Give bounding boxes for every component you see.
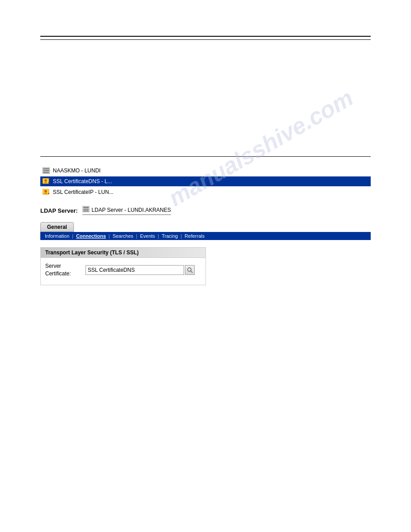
ldap-server-icon bbox=[82, 206, 90, 214]
browse-button[interactable] bbox=[185, 265, 195, 275]
tls-section: Transport Layer Security (TLS / SSL) Ser… bbox=[40, 247, 206, 285]
browse-icon bbox=[187, 267, 193, 273]
svg-point-12 bbox=[45, 190, 47, 193]
top-rule bbox=[40, 36, 371, 37]
svg-point-8 bbox=[45, 180, 47, 182]
svg-line-21 bbox=[191, 271, 193, 273]
section-divider bbox=[40, 156, 371, 157]
tree-section: NAASKMO - LUNDI SSL CertificateDNS - L..… bbox=[40, 166, 371, 197]
tab-information[interactable]: Information bbox=[43, 233, 71, 239]
ldap-server-label: LDAP Server: bbox=[40, 207, 78, 214]
tree-item-ssl-ip[interactable]: SSL CertificateIP - LUN... bbox=[40, 187, 371, 197]
svg-point-6 bbox=[48, 172, 49, 173]
server-certificate-input[interactable] bbox=[86, 265, 184, 275]
tls-header: Transport Layer Security (TLS / SSL) bbox=[41, 248, 206, 258]
tree-item-naaskmo-label: NAASKMO - LUNDI bbox=[53, 167, 101, 174]
svg-point-19 bbox=[88, 207, 89, 208]
server-certificate-label: ServerCertificate: bbox=[45, 262, 86, 278]
tab-searches[interactable]: Searches bbox=[111, 233, 135, 239]
svg-rect-17 bbox=[83, 209, 89, 210]
tab-referrals[interactable]: Referrals bbox=[183, 233, 206, 239]
svg-rect-13 bbox=[44, 193, 47, 194]
tab-sep-4: | bbox=[157, 233, 160, 239]
svg-point-5 bbox=[48, 170, 49, 171]
tree-item-ssl-dns-label: SSL CertificateDNS - L... bbox=[53, 178, 112, 184]
tree-item-ssl-ip-label: SSL CertificateIP - LUN... bbox=[53, 189, 113, 195]
tree-item-naaskmo[interactable]: NAASKMO - LUNDI bbox=[40, 166, 371, 176]
tab-sep-3: | bbox=[135, 233, 138, 239]
tabs-bar: Information | Connections | Searches | E… bbox=[40, 232, 371, 240]
second-rule bbox=[40, 39, 371, 40]
ldap-server-value-text: LDAP Server - LUNDI.AKRANES bbox=[92, 207, 171, 213]
tab-sep-5: | bbox=[180, 233, 183, 239]
server-certificate-input-group bbox=[86, 265, 195, 275]
tls-body: ServerCertificate: bbox=[41, 258, 206, 285]
server-certificate-row: ServerCertificate: bbox=[45, 262, 201, 278]
tab-tracing[interactable]: Tracing bbox=[160, 233, 180, 239]
top-spacer bbox=[40, 58, 371, 138]
general-button[interactable]: General bbox=[40, 222, 371, 232]
svg-rect-18 bbox=[83, 210, 89, 211]
tab-connections[interactable]: Connections bbox=[74, 233, 108, 239]
ldap-server-value-container: LDAP Server - LUNDI.AKRANES bbox=[82, 206, 171, 215]
tree-item-ssl-dns[interactable]: SSL CertificateDNS - L... bbox=[40, 176, 371, 186]
cert-icon-ip bbox=[42, 188, 50, 196]
svg-point-20 bbox=[188, 268, 191, 271]
tab-sep-2: | bbox=[108, 233, 111, 239]
svg-rect-9 bbox=[44, 182, 47, 183]
tab-events[interactable]: Events bbox=[138, 233, 157, 239]
tab-section: General Information | Connections | Sear… bbox=[40, 222, 371, 240]
ldap-server-row: LDAP Server: LDAP Server - LUNDI.AKRANES bbox=[40, 206, 371, 215]
server-icon bbox=[42, 167, 50, 175]
tab-sep-1: | bbox=[71, 233, 74, 239]
svg-point-4 bbox=[48, 168, 49, 169]
cert-icon-dns bbox=[42, 177, 50, 185]
